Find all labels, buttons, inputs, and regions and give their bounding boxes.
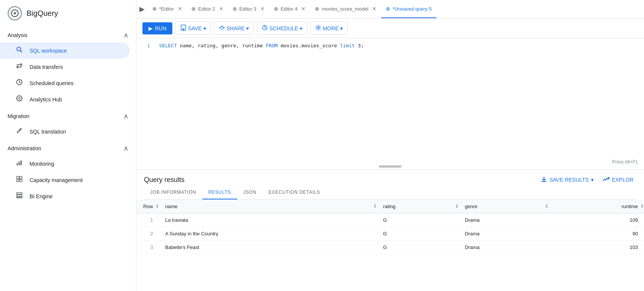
- sidebar-item-sql-workspace[interactable]: SQL workspace: [0, 42, 130, 59]
- sidebar-item-label: Scheduled queries: [30, 80, 73, 86]
- sidebar-item-data-transfers[interactable]: Data transfers: [0, 59, 130, 75]
- cell-name: A Sunday in the Country: [159, 227, 377, 240]
- col-resize-icon[interactable]: ⇕: [640, 204, 644, 209]
- sidebar-item-capacity-management[interactable]: Capacity management: [0, 172, 130, 188]
- cell-row: 3: [136, 240, 159, 254]
- result-tab-label: RESULTS: [208, 190, 231, 195]
- save-results-label: SAVE RESULTS: [549, 177, 589, 183]
- run-label: RUN: [155, 25, 166, 31]
- result-tab-execution-details[interactable]: EXECUTION DETAILS: [263, 186, 326, 199]
- result-tab-results[interactable]: RESULTS: [202, 186, 237, 199]
- tab-editor-2[interactable]: ⊕ Editor 2 ✕: [187, 0, 228, 18]
- bi-engine-icon: [15, 192, 23, 201]
- more-button[interactable]: MORE ▾: [310, 22, 348, 35]
- explore-button[interactable]: EXPLOR: [600, 174, 636, 186]
- transfers-icon: [15, 62, 23, 71]
- table-header-row: Row ⇕ name ⇕ rating ⇕ genre: [136, 200, 644, 213]
- cell-runtime: 90: [549, 227, 644, 240]
- keyword-limit: limit: [340, 43, 355, 48]
- col-resize-icon[interactable]: ⇕: [155, 204, 159, 209]
- code-plain: 3;: [358, 43, 364, 48]
- administration-section-header[interactable]: Administration ∧: [0, 140, 136, 156]
- sidebar-item-sql-translation[interactable]: SQL translation: [0, 123, 130, 140]
- explore-label: EXPLOR: [612, 177, 633, 183]
- tab-label: *Editor: [159, 6, 174, 12]
- analysis-chevron-icon: ∧: [123, 31, 128, 39]
- results-table: Row ⇕ name ⇕ rating ⇕ genre: [136, 200, 644, 254]
- save-icon: [180, 25, 186, 32]
- capacity-icon: [15, 176, 23, 184]
- svg-rect-17: [20, 176, 22, 179]
- col-resize-icon[interactable]: ⇕: [545, 204, 549, 209]
- code-line-1: 1 SELECT name, rating, genre, runtime FR…: [142, 43, 638, 48]
- run-button[interactable]: ▶ RUN: [142, 22, 172, 34]
- scrollbar-indicator: [379, 165, 402, 168]
- tab-close-icon[interactable]: ✕: [178, 6, 182, 12]
- save-label: SAVE: [188, 25, 202, 31]
- tab-close-icon[interactable]: ✕: [301, 6, 306, 12]
- sidebar-item-label: Monitoring: [30, 161, 54, 167]
- svg-rect-21: [17, 195, 22, 196]
- tab-close-icon[interactable]: ✕: [372, 6, 377, 12]
- col-header-name: name ⇕: [159, 200, 377, 213]
- share-label: SHARE: [227, 25, 245, 31]
- result-tab-json[interactable]: JSON: [237, 186, 263, 199]
- analysis-section-header[interactable]: Analysis ∧: [0, 26, 136, 42]
- tab-editor-3[interactable]: ⊕ Editor 3 ✕: [228, 0, 269, 18]
- tab-bar: ▶ ⊕ *Editor ✕ ⊕ Editor 2 ✕ ⊕ Editor 3 ✕ …: [136, 0, 644, 19]
- keyword-from: FROM: [266, 43, 278, 48]
- result-tab-job-info[interactable]: JOB INFORMATION: [144, 186, 202, 199]
- col-resize-icon[interactable]: ⇕: [455, 204, 459, 209]
- schedule-icon: [262, 25, 268, 32]
- tab-editor-4[interactable]: ⊕ Editor 4 ✕: [269, 0, 311, 18]
- save-dropdown-icon: ▾: [203, 25, 206, 31]
- code-plain: name, rating, genre, runtime: [180, 43, 266, 48]
- more-label: MORE: [323, 25, 339, 31]
- sidebar-item-bi-engine[interactable]: BI Engine: [0, 188, 130, 204]
- editor-area[interactable]: 1 SELECT name, rating, genre, runtime FR…: [136, 38, 644, 170]
- svg-rect-15: [20, 160, 22, 165]
- schedule-button[interactable]: SCHEDULE ▾: [257, 22, 307, 35]
- app-logo: BigQuery: [0, 0, 136, 26]
- sidebar-item-analytics-hub[interactable]: Analytics Hub: [0, 91, 130, 107]
- sidebar-toggle-button[interactable]: ▶: [136, 0, 148, 18]
- run-icon: ▶: [148, 25, 153, 31]
- schedule-dropdown-icon: ▾: [300, 25, 302, 31]
- sidebar-item-scheduled-queries[interactable]: Scheduled queries: [0, 75, 130, 91]
- tab-unsaved-query-5[interactable]: ⊕ *Unsaved query 5: [381, 0, 436, 18]
- keyword-select: SELECT: [159, 43, 177, 48]
- migration-section-header[interactable]: Migration ∧: [0, 107, 136, 123]
- tab-editor-1[interactable]: ⊕ *Editor ✕: [148, 0, 187, 18]
- results-table-wrapper: Row ⇕ name ⇕ rating ⇕ genre: [136, 200, 644, 291]
- tab-search-icon: ⊕: [386, 6, 390, 12]
- save-results-button[interactable]: SAVE RESULTS ▾: [538, 174, 597, 186]
- sidebar-item-label: Analytics Hub: [30, 96, 62, 103]
- col-resize-icon[interactable]: ⇕: [373, 204, 377, 209]
- results-actions: SAVE RESULTS ▾ EXPLOR: [538, 174, 636, 186]
- sidebar-item-label: SQL translation: [30, 129, 66, 135]
- cell-row: 2: [136, 227, 159, 240]
- tab-close-icon[interactable]: ✕: [260, 6, 265, 12]
- save-button[interactable]: SAVE ▾: [175, 22, 211, 35]
- tab-label: Editor 3: [239, 6, 256, 12]
- tab-close-icon[interactable]: ✕: [219, 6, 224, 12]
- sidebar-item-label: Data transfers: [30, 64, 63, 70]
- share-button[interactable]: SHARE ▾: [214, 22, 254, 35]
- svg-rect-14: [19, 162, 20, 165]
- sidebar-item-label: Capacity management: [30, 177, 83, 183]
- result-tabs: JOB INFORMATION RESULTS JSON EXECUTION D…: [144, 186, 636, 200]
- wrench-icon: [15, 127, 23, 136]
- table-body: 1 La traviata G Drama 109 2 A Sunday in …: [136, 213, 644, 254]
- explore-icon: [603, 176, 610, 184]
- sidebar-item-monitoring[interactable]: Monitoring: [0, 156, 130, 172]
- search-icon: [15, 46, 23, 55]
- tab-movies-score-model[interactable]: ⊕ movies_score_model ✕: [310, 0, 381, 18]
- table-row: 3 Babette's Feast G Drama 103: [136, 240, 644, 254]
- results-area: Query results SAVE RESULTS ▾: [136, 170, 644, 291]
- results-header: Query results SAVE RESULTS ▾: [136, 170, 644, 186]
- table-row: 2 A Sunday in the Country G Drama 90: [136, 227, 644, 240]
- result-tab-label: JSON: [243, 190, 256, 195]
- svg-rect-16: [17, 176, 19, 179]
- col-header-row: Row ⇕: [136, 200, 159, 213]
- share-icon: [219, 25, 225, 32]
